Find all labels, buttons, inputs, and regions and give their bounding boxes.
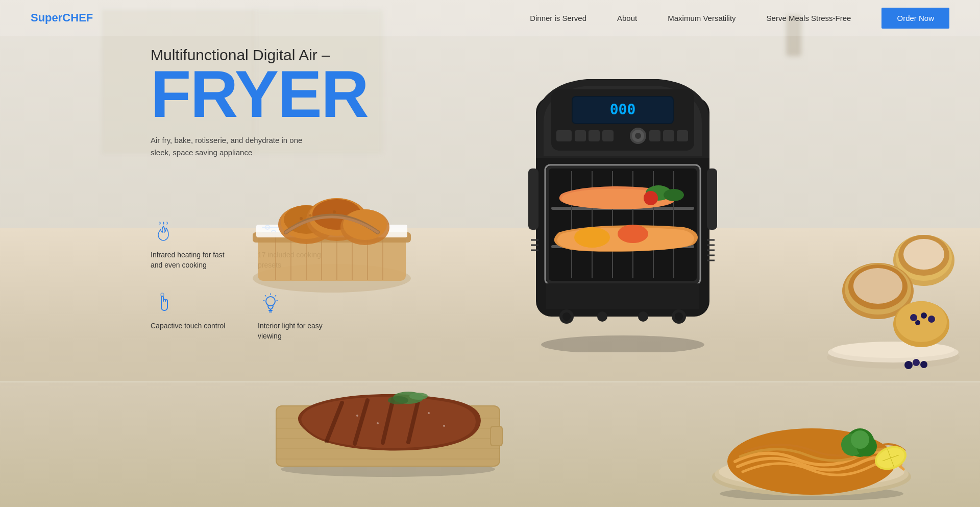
svg-point-51 [356, 415, 358, 417]
brand-name-regular: Super [31, 11, 62, 24]
svg-rect-65 [589, 130, 600, 141]
svg-point-35 [300, 217, 303, 220]
nav-links: Dinner is Served About Maximum Versatili… [530, 14, 851, 22]
svg-rect-77 [549, 168, 697, 281]
order-now-button[interactable]: Order Now [881, 8, 949, 29]
feature-infrared: Infrared heating for fast and even cooki… [151, 220, 237, 270]
svg-rect-91 [546, 283, 699, 309]
nav-about[interactable]: About [617, 14, 637, 22]
steak-svg [265, 359, 510, 477]
noodles-svg [704, 367, 919, 500]
steak-board-container [265, 359, 510, 479]
touch-text: Capactive touch control [151, 321, 237, 331]
svg-point-122 [915, 320, 920, 325]
svg-point-49 [388, 396, 408, 404]
svg-point-52 [377, 422, 379, 424]
svg-point-134 [851, 430, 869, 449]
pastries-svg [822, 189, 965, 373]
pastries-container [822, 189, 965, 375]
hero-title: FRYER [151, 64, 368, 124]
svg-point-124 [913, 359, 920, 366]
touch-svg [152, 292, 175, 315]
svg-rect-71 [663, 130, 674, 141]
touch-icon [151, 291, 176, 316]
svg-point-37 [333, 210, 336, 213]
svg-point-87 [664, 189, 684, 201]
svg-rect-64 [575, 130, 586, 141]
svg-point-112 [903, 239, 944, 270]
air-fryer-container: 000 [516, 56, 730, 354]
noodle-dish-container [704, 367, 919, 502]
flame-svg [152, 221, 175, 244]
svg-point-53 [428, 412, 430, 414]
svg-rect-56 [491, 427, 502, 445]
svg-point-108 [832, 342, 954, 358]
svg-point-121 [928, 316, 935, 323]
infrared-icon [151, 220, 176, 245]
svg-rect-66 [602, 130, 614, 141]
svg-point-36 [309, 214, 312, 217]
svg-rect-74 [707, 168, 717, 230]
main-content: SuperCHEF Dinner is Served About Maximum… [0, 0, 980, 507]
svg-point-118 [896, 301, 947, 342]
svg-rect-70 [649, 130, 660, 141]
svg-rect-73 [528, 168, 538, 230]
air-fryer-appliance-svg: 000 [516, 56, 730, 352]
nav-dinner[interactable]: Dinner is Served [530, 14, 586, 22]
svg-point-125 [920, 361, 927, 368]
svg-point-69 [635, 133, 641, 139]
svg-point-89 [574, 227, 610, 248]
svg-point-93 [562, 312, 571, 321]
brand-logo[interactable]: SuperCHEF [31, 11, 93, 25]
svg-point-54 [443, 425, 445, 427]
svg-text:000: 000 [610, 101, 636, 118]
svg-point-116 [853, 268, 902, 304]
svg-rect-72 [677, 130, 688, 141]
feature-light: Interior light for easy viewing [258, 291, 345, 341]
food-basket-container [235, 153, 429, 298]
nav-stress-free[interactable]: Serve Meals Stress-Free [767, 14, 851, 22]
svg-point-96 [597, 311, 607, 322]
feature-touch: Capactive touch control [151, 291, 237, 341]
basket-svg [235, 153, 429, 296]
svg-point-97 [638, 311, 648, 322]
svg-point-119 [910, 314, 917, 321]
svg-point-90 [618, 225, 648, 243]
svg-point-120 [921, 312, 927, 319]
navbar: SuperCHEF Dinner is Served About Maximum… [0, 0, 980, 36]
svg-point-50 [409, 393, 428, 400]
brand-name-bold: CHEF [62, 11, 93, 24]
light-text: Interior light for easy viewing [258, 321, 345, 341]
nav-versatility[interactable]: Maximum Versatility [668, 14, 736, 22]
infrared-text: Infrared heating for fast and even cooki… [151, 250, 237, 270]
svg-point-57 [541, 335, 704, 352]
svg-point-95 [675, 312, 683, 321]
svg-rect-63 [556, 130, 572, 141]
svg-point-88 [644, 191, 658, 205]
